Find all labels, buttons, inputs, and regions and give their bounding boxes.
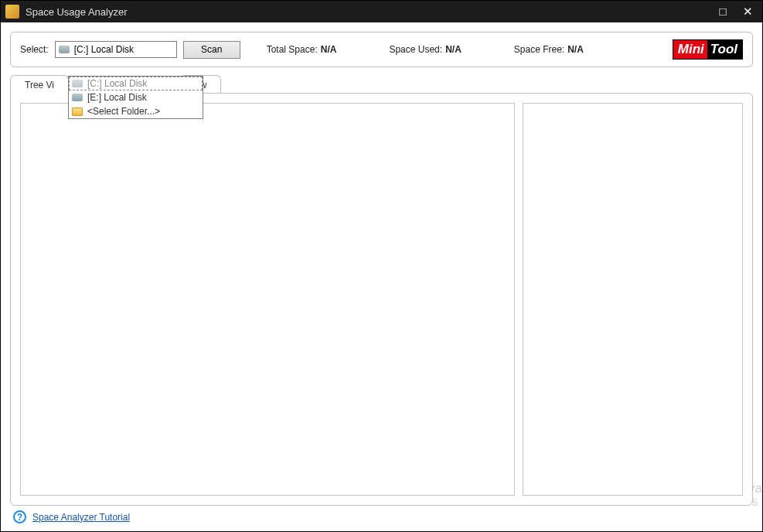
space-used-label: Space Used: (389, 44, 442, 55)
tutorial-link[interactable]: Space Analyzer Tutorial (32, 512, 130, 523)
tree-pane[interactable] (20, 103, 515, 496)
space-free-label: Space Free: (514, 44, 564, 55)
select-label: Select: (20, 44, 49, 55)
logo-tool: Tool (707, 40, 742, 59)
space-free-stat: Space Free: N/A (514, 44, 584, 55)
scan-button[interactable]: Scan (183, 41, 240, 59)
dropdown-item-label: <Select Folder...> (87, 106, 160, 117)
dropdown-item-label: [E:] Local Disk (87, 92, 147, 103)
disk-icon (72, 80, 83, 87)
toolbar-panel: Select: [C:] Local Disk Scan Total Space… (10, 32, 753, 67)
space-used-stat: Space Used: N/A (389, 44, 461, 55)
window-title: Space Usage Analyzer (26, 6, 716, 18)
drive-dropdown: [C:] Local Disk [E:] Local Disk <Select … (68, 76, 203, 119)
disk-icon (59, 46, 70, 53)
logo-mini: Mini (673, 40, 707, 59)
footer: ? Space Analyzer Tutorial (10, 506, 753, 525)
titlebar: Space Usage Analyzer □ ✕ (1, 1, 762, 22)
minitool-logo: Mini Tool (673, 39, 743, 60)
app-window: Space Usage Analyzer □ ✕ Select: [C:] Lo… (0, 0, 763, 532)
detail-pane[interactable] (523, 103, 743, 496)
disk-icon (72, 94, 83, 101)
close-button[interactable]: ✕ (741, 5, 754, 19)
total-space-stat: Total Space: N/A (267, 44, 337, 55)
main-panels (10, 93, 753, 506)
tab-tree-label: Tree Vi (25, 80, 54, 90)
drive-select-value: [C:] Local Disk (74, 44, 134, 55)
maximize-button[interactable]: □ (716, 5, 730, 19)
dropdown-item-e[interactable]: [E:] Local Disk (69, 90, 203, 104)
space-free-value: N/A (567, 44, 584, 55)
drive-select[interactable]: [C:] Local Disk (55, 41, 177, 58)
dropdown-item-select-folder[interactable]: <Select Folder...> (69, 104, 203, 118)
window-controls: □ ✕ (716, 5, 758, 19)
space-used-value: N/A (445, 44, 462, 55)
help-icon[interactable]: ? (13, 510, 26, 523)
folder-icon (72, 107, 83, 116)
dropdown-item-label: [C:] Local Disk (87, 78, 147, 89)
app-icon (5, 5, 19, 19)
dropdown-item-c[interactable]: [C:] Local Disk (69, 77, 203, 90)
total-space-value: N/A (321, 44, 337, 55)
tab-tree-view[interactable]: Tree Vi (10, 75, 69, 94)
total-space-label: Total Space: (267, 44, 318, 55)
